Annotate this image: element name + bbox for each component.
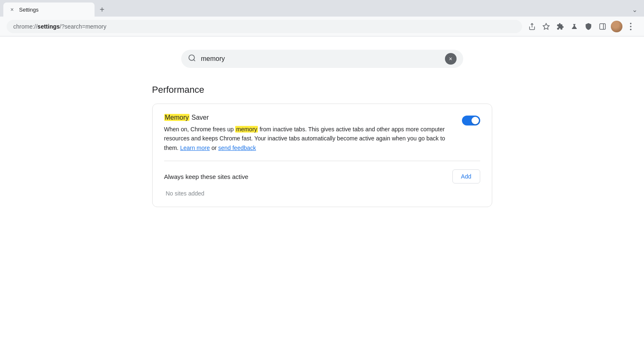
search-clear-button[interactable]: × xyxy=(445,53,457,65)
omnibox-input[interactable]: chrome://settings/?search=memory xyxy=(7,20,522,33)
always-active-sites-section: Always keep these sites active Add xyxy=(164,169,480,183)
memory-saver-toggle[interactable] xyxy=(462,116,480,125)
more-menu-button[interactable] xyxy=(624,20,637,33)
tab-dropdown-button[interactable]: ⌄ xyxy=(629,4,641,15)
memory-highlight: Memory xyxy=(164,114,190,121)
memory-saver-title: Memory Saver xyxy=(164,114,452,121)
desc-or: or xyxy=(210,145,218,151)
extensions-icon[interactable] xyxy=(554,20,567,33)
shield-icon[interactable] xyxy=(582,20,595,33)
svg-line-7 xyxy=(193,59,195,61)
search-icon xyxy=(188,54,196,64)
tab-bar: × Settings + ⌄ xyxy=(0,0,644,17)
star-icon[interactable] xyxy=(540,20,553,33)
share-icon[interactable] xyxy=(525,20,539,33)
memory-saver-title-plain: Saver xyxy=(190,114,209,121)
memory-saver-toggle-container[interactable] xyxy=(462,114,480,125)
omnibox-url-text: chrome://settings/?search=memory xyxy=(13,23,106,30)
sidebar-icon[interactable] xyxy=(596,20,609,33)
svg-point-5 xyxy=(630,29,632,30)
no-sites-message: No sites added xyxy=(164,190,480,197)
memory-saver-row: Memory Saver When on, Chrome frees up me… xyxy=(164,114,480,152)
toolbar-icons xyxy=(525,20,637,33)
toggle-thumb xyxy=(471,117,479,124)
settings-page: × Performance Memory Saver When on, Chro… xyxy=(0,36,644,362)
avatar[interactable] xyxy=(610,20,623,33)
svg-point-4 xyxy=(630,26,632,27)
add-site-button[interactable]: Add xyxy=(452,169,480,183)
sites-section-title: Always keep these sites active xyxy=(164,173,248,180)
memory-highlight-inline: memory xyxy=(235,126,258,133)
svg-rect-1 xyxy=(600,24,605,29)
svg-marker-0 xyxy=(543,23,549,29)
settings-search-bar[interactable]: × xyxy=(181,50,463,68)
memory-saver-content: Memory Saver When on, Chrome frees up me… xyxy=(164,114,452,152)
browser-chrome: × Settings + ⌄ chrome://settings/?search… xyxy=(0,0,644,36)
active-tab: × Settings xyxy=(3,2,95,17)
tab-close-button[interactable]: × xyxy=(8,6,16,13)
settings-card: Memory Saver When on, Chrome frees up me… xyxy=(152,104,492,207)
section-heading: Performance xyxy=(152,84,492,95)
new-tab-button[interactable]: + xyxy=(96,4,108,15)
omnibox-bar: chrome://settings/?search=memory xyxy=(0,17,644,36)
svg-point-6 xyxy=(189,55,194,60)
desc-before: When on, Chrome frees up xyxy=(164,126,236,133)
send-feedback-link[interactable]: send feedback xyxy=(218,145,256,151)
tab-title: Settings xyxy=(19,7,90,13)
lab-icon[interactable] xyxy=(568,20,581,33)
svg-point-3 xyxy=(630,23,632,24)
learn-more-link[interactable]: Learn more xyxy=(180,145,210,151)
section-divider xyxy=(164,161,480,161)
memory-saver-description: When on, Chrome frees up memory from ina… xyxy=(164,125,452,152)
user-avatar xyxy=(611,21,622,32)
toggle-track xyxy=(462,116,480,125)
search-input[interactable] xyxy=(201,55,440,63)
